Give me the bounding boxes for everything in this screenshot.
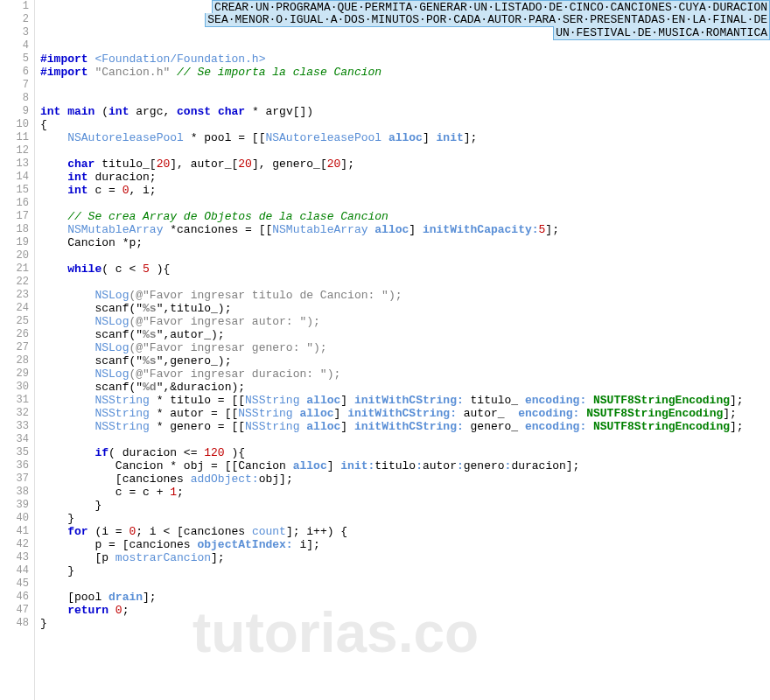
code-line: [40, 578, 770, 591]
code-line: NSString * autor = [[NSString alloc] ini…: [40, 407, 770, 420]
code-line: if( duracion <= 120 ){: [40, 446, 770, 459]
line-number: 24: [0, 302, 29, 315]
code-line: [40, 92, 770, 105]
code-line: while( c < 5 ){: [40, 262, 770, 276]
line-number: 33: [0, 420, 29, 433]
code-line: }: [40, 499, 770, 512]
code-line: Cancion *p;: [40, 236, 770, 249]
line-number: 9: [0, 105, 29, 118]
line-number: 2: [0, 13, 29, 26]
code-line: #import <Foundation/Foundation.h>: [40, 52, 770, 66]
code-line: }: [40, 617, 770, 630]
line-number: 7: [0, 79, 29, 92]
code-line: scanf("%d",&duracion);: [40, 381, 770, 394]
line-number: 30: [0, 381, 29, 394]
line-number: 23: [0, 289, 29, 302]
line-number: 14: [0, 171, 29, 184]
code-line: int c = 0, i;: [40, 184, 770, 197]
code-line: [40, 144, 770, 158]
line-number: 4: [0, 39, 29, 52]
header-comment-line3: UN·FESTIVAL·DE·MUSICA·ROMANTICA: [553, 26, 770, 40]
line-number: 48: [0, 617, 29, 630]
line-number: 6: [0, 66, 29, 79]
line-number: 17: [0, 210, 29, 223]
code-line: // Se crea Array de Objetos de la clase …: [40, 210, 770, 223]
line-number: 27: [0, 341, 29, 354]
code-line: [40, 276, 770, 289]
code-line: c = c + 1;: [40, 486, 770, 499]
line-number: 29: [0, 368, 29, 381]
code-line: {: [40, 118, 770, 131]
line-number: 21: [0, 262, 29, 276]
code-line: [40, 433, 770, 446]
line-number-gutter: 1234567891011121314151617181920212223242…: [0, 0, 35, 700]
line-number: 13: [0, 158, 29, 171]
header-comment-line2: SEA·MENOR·O·IGUAL·A·DOS·MINUTOS·POR·CADA…: [205, 13, 770, 27]
line-number: 42: [0, 538, 29, 551]
line-number: 35: [0, 446, 29, 459]
code-line: [pool drain];: [40, 591, 770, 604]
code-line: [40, 79, 770, 92]
line-number: 32: [0, 407, 29, 420]
line-number: 1: [0, 0, 29, 13]
line-number: 39: [0, 499, 29, 512]
code-line: NSMutableArray *canciones = [[NSMutableA…: [40, 223, 770, 236]
code-line: scanf("%s",genero_);: [40, 354, 770, 368]
code-line: NSString * titulo = [[NSString alloc] in…: [40, 394, 770, 407]
line-number: 47: [0, 604, 29, 617]
code-line: for (i = 0; i < [canciones count]; i++) …: [40, 525, 770, 538]
code-line: }: [40, 564, 770, 578]
line-number: 38: [0, 486, 29, 499]
line-number: 8: [0, 92, 29, 105]
code-line: NSLog(@"Favor ingresar genero: ");: [40, 341, 770, 354]
line-number: 16: [0, 197, 29, 210]
line-number: 15: [0, 184, 29, 197]
line-number: 43: [0, 551, 29, 564]
code-line: Cancion * obj = [[Cancion alloc] init:ti…: [40, 459, 770, 472]
line-number: 19: [0, 236, 29, 249]
line-number: 34: [0, 433, 29, 446]
line-number: 25: [0, 315, 29, 328]
code-line: char titulo_[20], autor_[20], genero_[20…: [40, 158, 770, 171]
line-number: 46: [0, 591, 29, 604]
line-number: 11: [0, 131, 29, 144]
code-line: NSLog(@"Favor ingresar duracion: ");: [40, 368, 770, 381]
code-line: NSLog(@"Favor ingresar autor: ");: [40, 315, 770, 328]
line-number: 36: [0, 459, 29, 472]
code-line: NSLog(@"Favor ingresar titulo de Cancion…: [40, 289, 770, 302]
line-number: 44: [0, 564, 29, 578]
line-number: 31: [0, 394, 29, 407]
code-line: [40, 39, 770, 52]
code-area[interactable]: CREAR·UN·PROGRAMA·QUE·PERMITA·GENERAR·UN…: [35, 0, 770, 700]
code-line: return 0;: [40, 604, 770, 617]
line-number: 10: [0, 118, 29, 131]
code-line: scanf("%s",titulo_);: [40, 302, 770, 315]
line-number: 26: [0, 328, 29, 341]
code-line: int main (int argc, const char * argv[]): [40, 105, 770, 118]
line-number: 20: [0, 249, 29, 262]
code-line: [p mostrarCancion];: [40, 551, 770, 564]
line-number: 45: [0, 578, 29, 591]
code-line: NSString * genero = [[NSString alloc] in…: [40, 420, 770, 433]
code-line: int duracion;: [40, 171, 770, 184]
code-line: #import "Cancion.h" // Se importa la cla…: [40, 66, 770, 79]
code-line: NSAutoreleasePool * pool = [[NSAutorelea…: [40, 131, 770, 144]
code-line: }: [40, 512, 770, 525]
line-number: 41: [0, 525, 29, 538]
line-number: 37: [0, 472, 29, 486]
line-number: 22: [0, 276, 29, 289]
code-line: p = [canciones objectAtIndex: i];: [40, 538, 770, 551]
line-number: 3: [0, 26, 29, 39]
code-editor: 1234567891011121314151617181920212223242…: [0, 0, 770, 700]
line-number: 28: [0, 354, 29, 368]
line-number: 5: [0, 52, 29, 66]
code-line: [40, 249, 770, 262]
code-line: [canciones addObject:obj];: [40, 472, 770, 486]
line-number: 18: [0, 223, 29, 236]
code-line: [40, 197, 770, 210]
code-line: scanf("%s",autor_);: [40, 328, 770, 341]
line-number: 40: [0, 512, 29, 525]
line-number: 12: [0, 144, 29, 158]
